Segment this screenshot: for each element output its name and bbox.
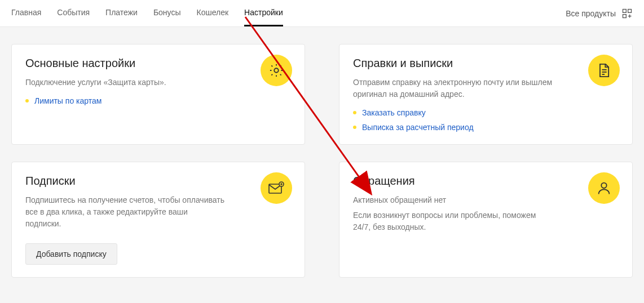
- link-list: Заказать справку Выписка за расчетный пе…: [353, 108, 619, 132]
- all-products-label: Все продукты: [566, 9, 616, 18]
- svg-rect-1: [628, 9, 632, 12]
- bullet-icon: [353, 126, 356, 129]
- link-item-card-limits[interactable]: Лимиты по картам: [25, 96, 291, 105]
- card-desc: Отправим справку на электронную почту ил…: [353, 77, 552, 100]
- add-subscription-button[interactable]: Добавить подписку: [25, 243, 117, 265]
- tab-list: Главная События Платежи Бонусы Кошелек Н…: [11, 0, 283, 26]
- tab-events[interactable]: События: [57, 0, 90, 26]
- link-text: Заказать справку: [362, 108, 426, 117]
- tab-main[interactable]: Главная: [11, 0, 41, 26]
- all-products-button[interactable]: Все продукты: [566, 8, 633, 19]
- link-item-order-statement[interactable]: Заказать справку: [353, 108, 619, 117]
- tab-settings[interactable]: Настройки: [244, 0, 283, 26]
- card-main-settings[interactable]: Основные настройки Подключение услуги «З…: [11, 44, 305, 145]
- bullet-icon: [25, 99, 29, 103]
- card-subscriptions[interactable]: Подписки Подпишитесь на получение счетов…: [11, 162, 305, 278]
- content-grid: Основные настройки Подключение услуги «З…: [0, 27, 644, 295]
- svg-point-13: [601, 183, 606, 188]
- link-item-period-statement[interactable]: Выписка за расчетный период: [353, 123, 619, 132]
- link-list: Лимиты по картам: [25, 96, 291, 105]
- card-title: Подписки: [25, 175, 291, 188]
- card-desc: Подключение услуги «Защита карты».: [25, 77, 224, 88]
- svg-point-5: [274, 68, 278, 72]
- link-text: Лимиты по картам: [34, 96, 102, 105]
- card-requests[interactable]: Обращения Активных обращений нет Если во…: [339, 162, 633, 278]
- link-text: Выписка за расчетный период: [362, 123, 474, 132]
- svg-rect-2: [623, 14, 627, 17]
- gear-icon: [261, 55, 292, 86]
- card-statements[interactable]: Справки и выписки Отправим справку на эл…: [339, 44, 633, 145]
- tab-wallet[interactable]: Кошелек: [197, 0, 229, 26]
- card-desc: Если возникнут вопросы или проблемы, пом…: [353, 210, 552, 233]
- tab-bonuses[interactable]: Бонусы: [153, 0, 181, 26]
- card-title: Основные настройки: [25, 57, 291, 70]
- bullet-icon: [353, 111, 356, 114]
- grid-icon: [621, 8, 633, 19]
- tab-payments[interactable]: Платежи: [105, 0, 138, 26]
- card-title: Справки и выписки: [353, 57, 619, 70]
- document-icon: [588, 55, 620, 86]
- card-desc: Подпишитесь на получение счетов, чтобы о…: [25, 194, 224, 230]
- person-icon: [588, 172, 620, 204]
- card-subtitle: Активных обращений нет: [353, 194, 552, 206]
- card-title: Обращения: [353, 175, 619, 188]
- top-nav: Главная События Платежи Бонусы Кошелек Н…: [0, 0, 644, 27]
- envelope-plus-icon: [261, 172, 292, 204]
- svg-rect-0: [623, 9, 627, 12]
